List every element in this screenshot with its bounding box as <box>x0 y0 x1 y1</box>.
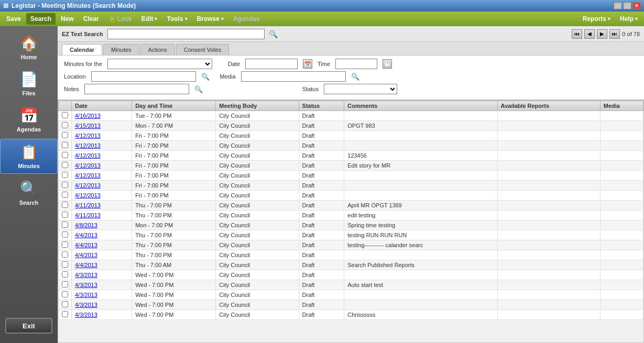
nav-first-button[interactable]: ⏮ <box>572 29 582 39</box>
menu-reports[interactable]: Reports ▾ <box>578 13 615 25</box>
row-checkbox[interactable] <box>62 162 68 168</box>
table-row[interactable]: 4/8/2013 Mon - 7:00 PM City Council Draf… <box>59 220 643 230</box>
table-row[interactable]: 4/12/2013 Fri - 7:00 PM City Council Dra… <box>59 141 643 151</box>
table-row[interactable]: 4/12/2013 Fri - 7:00 PM City Council Dra… <box>59 191 643 201</box>
row-date[interactable]: 4/12/2013 <box>72 181 132 191</box>
status-select[interactable] <box>324 84 397 94</box>
table-row[interactable]: 4/12/2013 Fri - 7:00 PM City Council Dra… <box>59 151 643 161</box>
tab-consent-votes[interactable]: Consent Votes <box>176 44 230 55</box>
row-checkbox[interactable] <box>62 222 68 228</box>
row-date[interactable]: 4/3/2013 <box>72 280 132 290</box>
time-calendar-icon[interactable]: 🕐 <box>383 59 392 69</box>
menu-edit[interactable]: Edit ▾ <box>137 13 162 25</box>
time-input[interactable] <box>335 59 377 69</box>
table-row[interactable]: 4/11/2013 Thu - 7:00 PM City Council Dra… <box>59 211 643 220</box>
row-checkbox-cell[interactable] <box>59 111 72 121</box>
row-date[interactable]: 4/11/2013 <box>72 201 132 211</box>
table-row[interactable]: 4/12/2013 Fri - 7:00 PM City Council Dra… <box>59 171 643 181</box>
row-checkbox-cell[interactable] <box>59 260 72 270</box>
row-checkbox-cell[interactable] <box>59 270 72 280</box>
row-date[interactable]: 4/16/2013 <box>72 111 132 121</box>
table-row[interactable]: 4/3/2013 Wed - 7:00 PM City Council Draf… <box>59 300 643 310</box>
row-date[interactable]: 4/4/2013 <box>72 260 132 270</box>
row-date[interactable]: 4/3/2013 <box>72 300 132 310</box>
table-row[interactable]: 4/3/2013 Wed - 7:00 PM City Council Draf… <box>59 270 643 280</box>
col-meeting-body[interactable]: Meeting Body <box>216 101 299 111</box>
row-date[interactable]: 4/3/2013 <box>72 290 132 300</box>
col-status[interactable]: Status <box>299 101 344 111</box>
row-checkbox-cell[interactable] <box>59 240 72 250</box>
table-row[interactable]: 4/12/2013 Fri - 7:00 PM City Council Dra… <box>59 181 643 191</box>
row-checkbox-cell[interactable] <box>59 280 72 290</box>
location-zoom-icon[interactable]: 🔍 <box>201 73 210 81</box>
row-date[interactable]: 4/12/2013 <box>72 151 132 161</box>
row-date[interactable]: 4/12/2013 <box>72 171 132 181</box>
row-date[interactable]: 4/12/2013 <box>72 131 132 141</box>
col-available-reports[interactable]: Available Reports <box>497 101 600 111</box>
row-checkbox-cell[interactable] <box>59 201 72 211</box>
table-row[interactable]: 4/4/2013 Thu - 7:00 PM City Council Draf… <box>59 240 643 250</box>
sidebar-item-files[interactable]: 📄 Files <box>0 67 58 101</box>
table-row[interactable]: 4/11/2013 Thu - 7:00 PM City Council Dra… <box>59 201 643 211</box>
table-row[interactable]: 4/3/2013 Wed - 7:00 PM City Council Draf… <box>59 280 643 290</box>
row-checkbox[interactable] <box>62 271 68 278</box>
row-checkbox[interactable] <box>62 142 68 148</box>
row-date[interactable]: 4/15/2013 <box>72 121 132 131</box>
row-checkbox[interactable] <box>62 182 68 188</box>
nav-last-button[interactable]: ⏭ <box>609 29 620 39</box>
menu-save[interactable]: Save <box>2 13 25 25</box>
row-checkbox[interactable] <box>62 241 68 248</box>
row-checkbox-cell[interactable] <box>59 121 72 131</box>
row-checkbox-cell[interactable] <box>59 171 72 181</box>
row-checkbox-cell[interactable] <box>59 310 72 320</box>
menu-new[interactable]: New <box>57 13 78 25</box>
row-date[interactable]: 4/3/2013 <box>72 270 132 280</box>
minutes-for-select[interactable] <box>107 59 212 69</box>
table-row[interactable]: 4/3/2013 Wed - 7:00 PM City Council Draf… <box>59 290 643 300</box>
row-checkbox-cell[interactable] <box>59 131 72 141</box>
row-checkbox-cell[interactable] <box>59 250 72 260</box>
row-date[interactable]: 4/12/2013 <box>72 161 132 171</box>
row-checkbox[interactable] <box>62 231 68 238</box>
row-checkbox-cell[interactable] <box>59 191 72 201</box>
col-date[interactable]: Date <box>72 101 132 111</box>
row-date[interactable]: 4/8/2013 <box>72 220 132 230</box>
row-date[interactable]: 4/4/2013 <box>72 240 132 250</box>
tab-calendar[interactable]: Calendar <box>62 44 102 55</box>
sidebar-item-minutes[interactable]: 📋 Minutes <box>0 139 58 174</box>
minimize-button[interactable]: ─ <box>614 2 622 9</box>
row-date[interactable]: 4/12/2013 <box>72 191 132 201</box>
row-checkbox-cell[interactable] <box>59 181 72 191</box>
date-calendar-icon[interactable]: 📅 <box>303 59 312 69</box>
nav-prev-button[interactable]: ◀ <box>584 29 595 39</box>
notes-input[interactable] <box>84 84 189 94</box>
search-input[interactable] <box>107 29 265 39</box>
row-checkbox[interactable] <box>62 122 68 128</box>
table-row[interactable]: 4/12/2013 Fri - 7:00 PM City Council Dra… <box>59 161 643 171</box>
row-checkbox[interactable] <box>62 202 68 208</box>
table-row[interactable]: 4/12/2013 Fri - 7:00 PM City Council Dra… <box>59 131 643 141</box>
maximize-button[interactable]: □ <box>623 2 631 9</box>
exit-button[interactable]: Exit <box>5 318 52 334</box>
row-checkbox[interactable] <box>62 251 68 258</box>
row-date[interactable]: 4/12/2013 <box>72 141 132 151</box>
notes-zoom-icon[interactable]: 🔍 <box>194 85 203 93</box>
sidebar-item-home[interactable]: 🏠 Home <box>0 30 58 64</box>
media-input[interactable] <box>241 71 346 82</box>
row-checkbox[interactable] <box>62 112 68 118</box>
sidebar-item-agendas[interactable]: 📅 Agendas <box>0 103 58 137</box>
menu-clear[interactable]: Clear <box>79 13 103 25</box>
row-date[interactable]: 4/3/2013 <box>72 310 132 320</box>
row-checkbox[interactable] <box>62 261 68 268</box>
row-checkbox-cell[interactable] <box>59 290 72 300</box>
date-input[interactable] <box>245 59 298 69</box>
row-checkbox-cell[interactable] <box>59 300 72 310</box>
menu-tools[interactable]: Tools ▾ <box>162 13 191 25</box>
row-checkbox[interactable] <box>62 291 68 297</box>
row-checkbox-cell[interactable] <box>59 220 72 230</box>
row-checkbox[interactable] <box>62 172 68 178</box>
row-checkbox[interactable] <box>62 192 68 198</box>
table-container[interactable]: Date Day and Time Meeting Body Status Co… <box>58 100 644 343</box>
menu-lock[interactable]: 🔒 Lock <box>104 13 136 25</box>
table-row[interactable]: 4/3/2013 Wed - 7:00 PM City Council Draf… <box>59 310 643 320</box>
